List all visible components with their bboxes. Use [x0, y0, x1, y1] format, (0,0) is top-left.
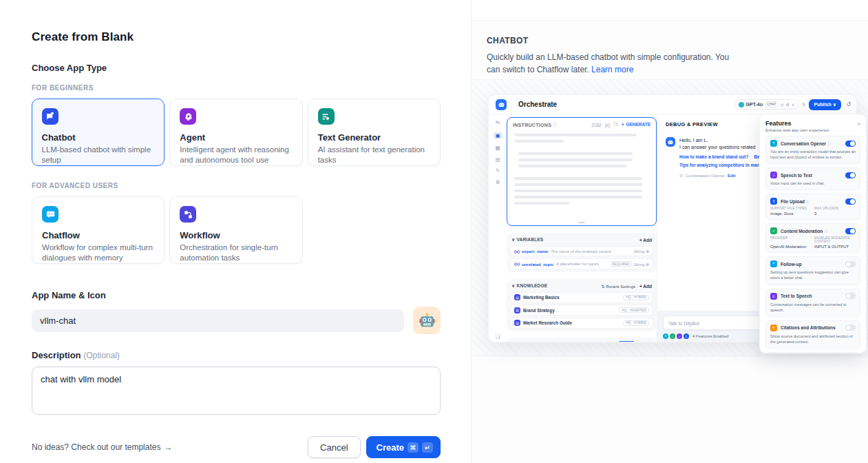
chatbot-icon — [42, 108, 59, 125]
vision-icon: ◉ — [511, 342, 518, 342]
app-type-card-text-generator[interactable]: Text Generator AI assistant for text gen… — [308, 99, 441, 166]
feature-toggle — [845, 228, 856, 234]
beginner-cards: Chatbot LLM-based chatbot with simple se… — [32, 99, 441, 166]
enter-key-icon: ↵ — [422, 442, 433, 453]
card-title: Text Generator — [318, 132, 430, 143]
variable-token-icon: {x} — [514, 262, 520, 266]
card-desc: Intelligent agent with reasoning and aut… — [180, 145, 292, 165]
placeholder-line — [518, 165, 627, 167]
features-title: Features — [765, 120, 792, 127]
app-type-card-agent[interactable]: Agent Intelligent agent with reasoning a… — [169, 99, 302, 166]
app-type-card-workflow[interactable]: Workflow Orchestration for single-turn a… — [169, 196, 302, 264]
placeholder-line — [514, 196, 642, 198]
feature-text-to-speech: ♬ Text to Speech Conversation messages c… — [765, 289, 860, 317]
workflow-icon — [180, 206, 196, 223]
feature-file-upload: ↥ File Upload ⓘ SUPPORT FILE TYPES MAX U… — [765, 194, 860, 220]
learn-more-link[interactable]: Learn more — [591, 65, 633, 74]
description-label: Description — [32, 350, 81, 360]
placeholder-line — [514, 183, 642, 186]
for-beginners-label: FOR BEGINNERS — [32, 84, 441, 92]
features-enabled-count: 4 Features Enabled — [692, 334, 728, 338]
choose-app-type-label: Choose App Type — [32, 63, 441, 73]
vision-setting-row: ◉ Vision ⓘ RESOLUTION ⓘ High Low — [507, 338, 657, 343]
advanced-cards: Chatflow Workflow for complex multi-turn… — [32, 196, 441, 264]
placeholder-line — [514, 177, 642, 180]
variable-token-icon: {x} — [605, 123, 611, 127]
feature-toggle — [845, 172, 856, 178]
document-icon: ▤ — [495, 157, 500, 163]
app-type-card-chatbot[interactable]: Chatbot LLM-based chatbot with simple se… — [32, 99, 165, 166]
copy-icon: ❐ — [613, 122, 617, 127]
app-icon-picker[interactable] — [413, 307, 441, 334]
dataset-icon: ▤ — [514, 320, 520, 326]
features-subtitle: Enhance web app user experience — [765, 128, 860, 132]
info-icon: ⓘ — [806, 199, 809, 203]
orchestrate-tab-icon: ▣ — [493, 132, 502, 140]
feature-content-moderation: ✓ Content Moderation ⓘ PROVIDER ENABLED … — [765, 223, 860, 253]
app-type-card-chatflow[interactable]: Chatflow Workflow for complex multi-turn… — [32, 196, 165, 264]
opener-feature-icon: ❝ — [663, 333, 668, 339]
placeholder-line — [514, 202, 569, 205]
speech-feature-icon: ♪ — [677, 333, 682, 339]
top-strip — [472, 0, 868, 21]
cancel-button[interactable]: Cancel — [308, 436, 360, 458]
sliders-icon: ⇅ — [802, 102, 805, 107]
placeholder-line — [518, 158, 633, 161]
feature-toggle — [845, 293, 856, 299]
bot-avatar-icon — [496, 99, 507, 110]
mic-icon: ◎ — [780, 102, 783, 107]
card-desc: AI assistant for text generation tasks — [318, 145, 430, 165]
text-generator-icon — [318, 108, 335, 125]
app-name-label: App Name & Icon — [32, 290, 441, 300]
publish-button: Publish ∨ — [809, 99, 841, 110]
info-icon: ⓘ — [553, 123, 557, 127]
conversation-opener-icon: ❝ — [770, 140, 777, 147]
char-count: 2182 — [591, 123, 601, 127]
chat-mode-tag: CHAT — [765, 101, 778, 107]
citations-icon: ¶ — [770, 325, 777, 331]
opener-icon: ⊙ — [679, 173, 683, 178]
suggestion-link: How to make a brand stand out? — [679, 154, 748, 159]
templates-link[interactable]: No ideas? Check out our templates → — [32, 442, 172, 452]
app-name-input[interactable] — [32, 309, 404, 332]
rerank-settings-button: ⇅ Rerank Settings — [602, 284, 635, 289]
cmd-key-icon: ⌘ — [407, 442, 419, 453]
content-moderation-icon: ✓ — [770, 227, 777, 234]
knowledge-row: ▤ Brand Strategy HQ · INVERTED — [510, 305, 653, 316]
bot-avatar-icon — [666, 137, 675, 147]
variable-row: {x} expert_name The name of the strategi… — [510, 246, 653, 256]
required-badge: REQUIRED — [610, 261, 631, 267]
features-panel: Features × Enhance web app user experien… — [759, 114, 867, 353]
notes-icon: ✎ — [496, 168, 500, 174]
edit-opener-link: Edit — [728, 174, 735, 178]
resolution-high-option: High — [617, 341, 636, 342]
text-to-speech-icon: ♬ — [770, 293, 777, 300]
description-optional-label: (Optional) — [83, 351, 120, 360]
feature-toggle — [845, 261, 856, 267]
feature-toggle — [845, 198, 856, 205]
description-textarea[interactable]: chat with vllm model — [32, 367, 441, 415]
resize-handle — [578, 222, 585, 223]
variables-label: ∨ VARIABLES — [511, 237, 543, 243]
retrieval-tag: HQ · HYBRID — [623, 295, 649, 300]
create-button[interactable]: Create ⌘ ↵ — [366, 436, 441, 458]
robot-emoji-icon — [418, 311, 436, 330]
knowledge-label: ∨ KNOWLEDGE — [511, 283, 547, 289]
settings-icon: ⚙ — [496, 180, 500, 185]
modal-footer: No ideas? Check out our templates → Canc… — [32, 436, 441, 458]
feature-follow-up: ❞ Follow-up Setting up next questions su… — [765, 256, 860, 285]
info-icon: ⓘ — [827, 141, 831, 145]
switch-icon: ⇆ — [496, 120, 500, 125]
arrow-right-icon: → — [164, 442, 172, 452]
speech-to-text-icon: ♪ — [770, 172, 777, 178]
history-icon: ↺ — [846, 101, 851, 107]
variable-row: {x} unrelated_topic A placeholder for to… — [510, 258, 653, 269]
app-type-info-panel: CHATBOT Quickly build an LLM-based chatb… — [471, 0, 868, 463]
card-title: Chatbot — [42, 132, 155, 143]
feature-citations: ¶ Citations and Attributions Show source… — [765, 320, 860, 349]
generate-button: ✦ GENERATE — [621, 122, 650, 127]
card-title: Workflow — [180, 230, 292, 240]
knowledge-panel: ∨ KNOWLEDGE ⇅ Rerank Settings + Add ▤ Ma… — [507, 279, 657, 331]
page-title: Create from Blank — [32, 30, 441, 44]
card-desc: Orchestration for single-turn automation… — [180, 243, 292, 263]
